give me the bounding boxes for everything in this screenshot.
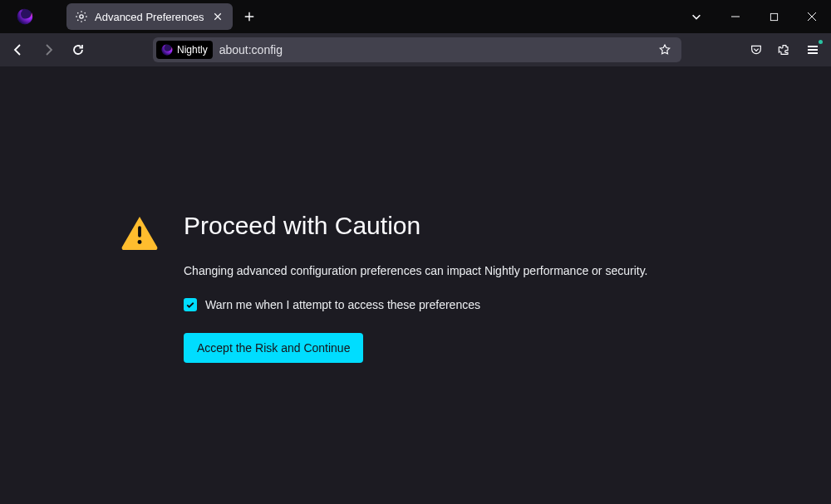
warning-triangle-icon — [120, 215, 159, 250]
tab-title: Advanced Preferences — [95, 11, 204, 23]
url-text: about:config — [219, 43, 652, 56]
warning-container: Proceed with Caution Changing advanced c… — [120, 212, 702, 363]
minimize-button[interactable] — [716, 0, 755, 33]
identity-label: Nightly — [177, 44, 208, 56]
new-tab-button[interactable] — [238, 5, 261, 28]
accept-risk-button[interactable]: Accept the Risk and Continue — [184, 333, 363, 363]
bookmark-star-icon[interactable] — [652, 37, 678, 63]
save-to-pocket-icon[interactable] — [743, 37, 770, 63]
gear-icon — [75, 10, 88, 23]
svg-rect-2 — [770, 13, 777, 20]
svg-point-5 — [138, 240, 142, 244]
navigation-toolbar: Nightly about:config — [0, 33, 831, 66]
extensions-icon[interactable] — [771, 37, 798, 63]
svg-point-1 — [80, 15, 83, 18]
firefox-nightly-app-icon[interactable] — [8, 0, 42, 33]
maximize-button[interactable] — [755, 0, 793, 33]
reload-button[interactable] — [65, 37, 91, 63]
url-bar[interactable]: Nightly about:config — [153, 37, 681, 62]
all-tabs-dropdown-icon[interactable] — [686, 7, 706, 27]
window-controls — [716, 0, 831, 33]
titlebar: Advanced Preferences — [0, 0, 831, 33]
warning-title: Proceed with Caution — [184, 212, 702, 240]
back-button[interactable] — [5, 37, 32, 63]
app-menu-button[interactable] — [799, 37, 826, 63]
warn-checkbox-row[interactable]: Warn me when I attempt to access these p… — [184, 298, 702, 311]
close-window-button[interactable] — [793, 0, 831, 33]
warning-body: Proceed with Caution Changing advanced c… — [184, 212, 702, 363]
warn-checkbox[interactable] — [184, 298, 197, 311]
identity-box[interactable]: Nightly — [156, 41, 213, 59]
svg-rect-4 — [138, 226, 141, 237]
browser-tab[interactable]: Advanced Preferences — [66, 3, 233, 30]
notification-dot-icon — [819, 40, 823, 44]
page-content: Proceed with Caution Changing advanced c… — [0, 66, 831, 504]
firefox-nightly-logo-icon — [161, 44, 173, 56]
forward-button[interactable] — [35, 37, 61, 63]
warn-checkbox-label: Warn me when I attempt to access these p… — [205, 298, 480, 311]
warning-description: Changing advanced configuration preferen… — [184, 263, 702, 280]
close-tab-icon[interactable] — [211, 10, 224, 23]
